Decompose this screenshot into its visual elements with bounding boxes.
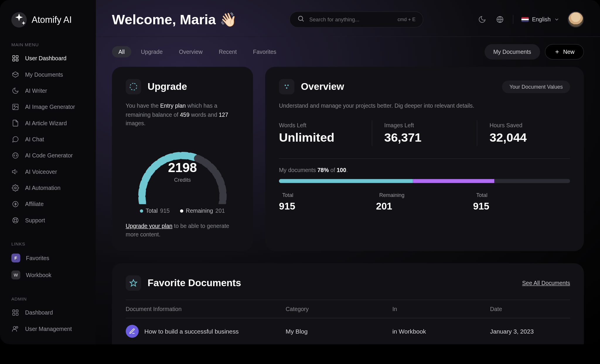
sidebar-item-ai-image-generator[interactable]: AI Image Generator (0, 99, 96, 115)
flag-us-icon (521, 17, 529, 22)
tab-all[interactable]: All (112, 46, 131, 58)
sidebar-item-ai-code-generator[interactable]: AI Code Generator (0, 147, 96, 164)
table-row[interactable]: How to build a successful business My Bl… (126, 318, 570, 344)
search-input[interactable] (309, 16, 393, 23)
sidebar-item-support[interactable]: Support (0, 212, 96, 228)
see-all-documents-link[interactable]: See All Documents (522, 280, 570, 286)
dashboard-icon (11, 54, 20, 62)
upgrade-card: Upgrade You have the Entry plan which ha… (112, 67, 253, 251)
svg-point-5 (14, 105, 15, 107)
brand-logo[interactable]: Atomify AI (0, 12, 96, 37)
stat-hours-saved: Hours Saved 32,044 (477, 120, 570, 146)
stat-value: Unlimited (279, 131, 359, 145)
legend-value: 915 (279, 200, 376, 212)
box-icon (11, 71, 20, 79)
tab-upgrade[interactable]: Upgrade (134, 46, 169, 58)
sidebar-item-user-dashboard[interactable]: User Dashboard (0, 50, 96, 66)
main-area: Welcome, Maria 👋🏻 cmd + E English (96, 0, 600, 344)
sidebar-item-affiliate[interactable]: Affiliate (0, 196, 96, 212)
file-icon (11, 119, 20, 127)
overview-badge[interactable]: Your Document Values (502, 80, 570, 93)
upgrade-description: You have the Entry plan which has a rema… (126, 102, 239, 128)
favorites-title: Favorite Documents (148, 277, 241, 289)
svg-rect-14 (16, 313, 18, 315)
credits-value: 2198 (126, 160, 239, 175)
upgrade-plan-link[interactable]: Upgrade your plan (126, 223, 172, 229)
progress-text: My documents 78% of 100. (279, 167, 570, 173)
progress-bar (279, 179, 570, 183)
col-category: Category (286, 300, 392, 318)
upgrade-title: Upgrade (148, 81, 187, 92)
topbar: Welcome, Maria 👋🏻 cmd + E English (96, 0, 600, 37)
tab-favorites[interactable]: Favorites (246, 46, 283, 58)
sidebar-item-ai-voiceover[interactable]: AI Voiceover (0, 164, 96, 180)
divider (279, 158, 570, 159)
svg-marker-22 (130, 280, 137, 286)
sidebar-section-admin: ADMIN (0, 291, 96, 304)
avatar[interactable] (568, 11, 584, 28)
tab-overview[interactable]: Overview (173, 46, 209, 58)
sidebar-item-label: AI Automation (25, 185, 61, 191)
sidebar-item-ai-writer[interactable]: AI Writer (0, 83, 96, 99)
theme-toggle[interactable] (477, 15, 487, 24)
col-document-information: Document Information (126, 300, 286, 318)
tab-label: Recent (219, 49, 237, 55)
legend-label: Total (282, 192, 293, 198)
svg-rect-12 (16, 310, 18, 312)
tab-label: Overview (179, 49, 203, 55)
tab-label: Favorites (253, 49, 277, 55)
sidebar-item-user-management[interactable]: User Management (0, 321, 96, 337)
image-icon (11, 103, 20, 111)
legend-label: Total (476, 192, 488, 198)
favorites-table: Document Information Category In Date (126, 300, 570, 344)
favorites-chip: F (11, 253, 20, 262)
credits-gauge: 2198 Credits (126, 135, 239, 204)
svg-point-7 (14, 187, 16, 189)
sidebar-item-my-documents[interactable]: My Documents (0, 66, 96, 83)
upgrade-footer: Upgrade your plan to be able to generate… (126, 222, 239, 239)
svg-point-17 (298, 16, 303, 20)
button-label: New (563, 49, 575, 55)
lifebuoy-icon (11, 216, 20, 224)
divider (513, 15, 513, 24)
overview-card: Overview Your Document Values Understand… (265, 67, 584, 251)
search-icon (297, 15, 304, 24)
language-label: English (532, 16, 551, 23)
stat-label: Hours Saved (490, 122, 570, 128)
sidebar-item-label: AI Voiceover (25, 169, 57, 175)
svg-point-16 (16, 327, 18, 328)
app-frame: Atomify AI MAIN MENU User Dashboard My D… (0, 0, 600, 344)
language-selector[interactable]: English (521, 16, 560, 23)
tab-recent[interactable]: Recent (212, 46, 243, 58)
doc-category: My Blog (286, 318, 392, 344)
overview-stats: Words Left Unlimited Images Left 36,371 … (279, 120, 570, 146)
stat-value: 36,371 (384, 131, 465, 145)
overview-legend: Total 915 Remaining 201 Total 915 (279, 192, 570, 212)
doc-date: January 3, 2023 (490, 318, 570, 344)
sidebar-item-favorites[interactable]: F Favorites (0, 250, 96, 267)
stat-value: 32,044 (490, 131, 570, 145)
svg-point-20 (287, 85, 289, 86)
moon-icon (11, 87, 20, 95)
sidebar-item-label: AI Writer (25, 87, 47, 94)
welcome-text: Welcome, Maria 👋🏻 (112, 11, 237, 28)
upgrade-icon (126, 79, 141, 95)
stat-label: Images Left (384, 122, 465, 128)
new-button[interactable]: New (545, 44, 584, 60)
chevron-down-icon (554, 17, 560, 22)
search-bar[interactable]: cmd + E (289, 11, 423, 28)
stat-label: Words Left (279, 122, 359, 128)
sidebar-item-admin-dashboard[interactable]: Dashboard (0, 305, 96, 321)
code-icon (11, 152, 20, 160)
chat-icon (11, 135, 20, 143)
sidebar-item-label: My Documents (25, 71, 63, 78)
sidebar-item-workbook[interactable]: W Workbook (0, 267, 96, 284)
globe-icon[interactable] (495, 15, 505, 24)
sidebar-item-label: AI Article Wizard (25, 120, 67, 126)
sidebar-item-ai-chat[interactable]: AI Chat (0, 131, 96, 147)
my-documents-button[interactable]: My Documents (484, 44, 540, 60)
sidebar-item-label: Support (25, 217, 45, 224)
sidebar-item-ai-automation[interactable]: AI Automation (0, 180, 96, 196)
content: Upgrade You have the Entry plan which ha… (96, 67, 600, 344)
sidebar-item-ai-article-wizard[interactable]: AI Article Wizard (0, 115, 96, 131)
